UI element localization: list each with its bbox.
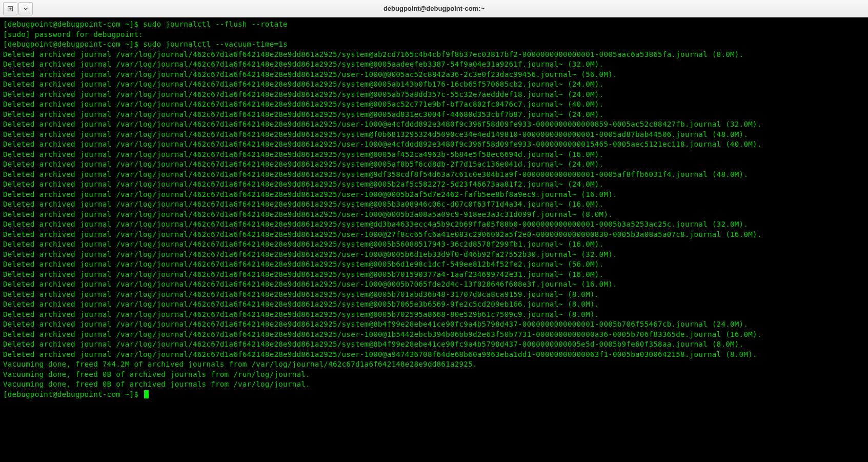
titlebar-controls (3, 2, 33, 15)
dropdown-button[interactable] (18, 2, 33, 15)
window-title: debugpoint@debugpoint-com:~ (383, 5, 485, 12)
new-tab-button[interactable] (3, 2, 17, 15)
prompt-line: [debugpoint@debugpoint-com ~]$ (3, 390, 143, 398)
titlebar: debugpoint@debugpoint-com:~ (0, 0, 868, 17)
chevron-down-icon (22, 5, 29, 12)
new-tab-icon (7, 5, 14, 12)
cursor (144, 390, 149, 398)
terminal-output[interactable]: [debugpoint@debugpoint-com ~]$ sudo jour… (0, 17, 868, 462)
